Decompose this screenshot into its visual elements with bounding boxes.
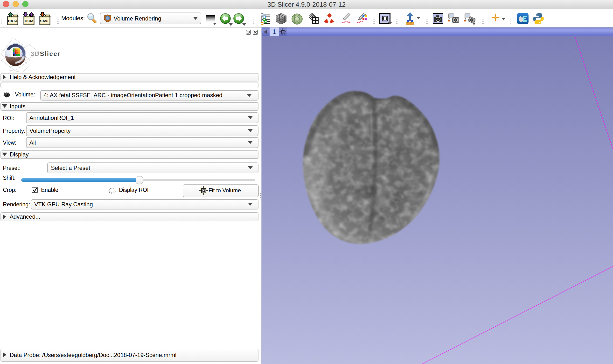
svg-text:SAVE: SAVE [40, 19, 50, 23]
svg-text:DATA: DATA [8, 19, 18, 23]
svg-text:DCM: DCM [25, 19, 33, 23]
